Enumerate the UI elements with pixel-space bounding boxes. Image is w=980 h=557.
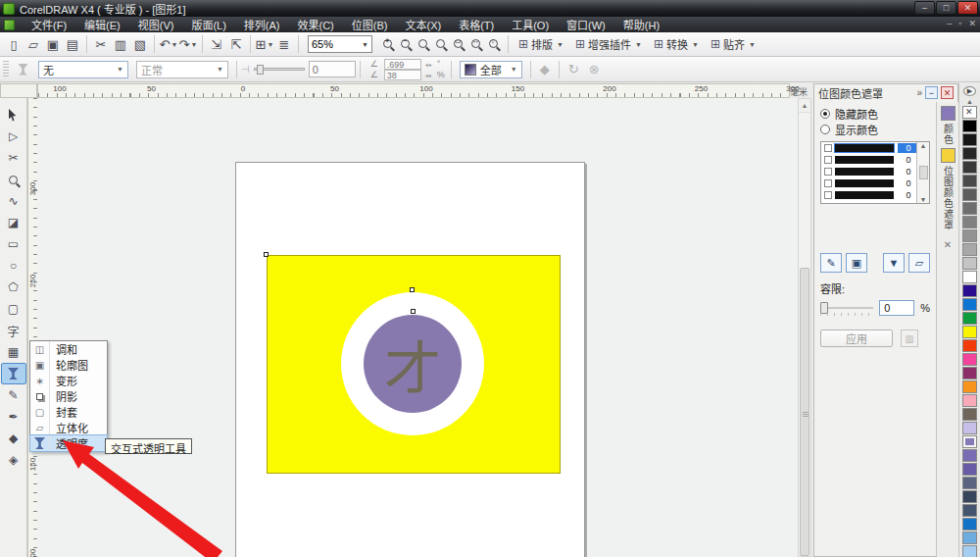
color-swatch-28[interactable] [962,490,977,503]
doc-control-2[interactable]: ✕ [968,19,976,28]
flyout-item-1[interactable]: ▣轮廓图 [30,357,107,373]
color-swatch-7[interactable] [962,202,977,215]
color-swatch-20[interactable] [962,380,977,393]
minimize-button[interactable]: – [914,1,935,15]
close-button[interactable]: ✕ [957,1,978,15]
color-swatch-25[interactable] [962,449,977,462]
transparency-operation-select[interactable]: 正常 ▼ [136,61,228,78]
open-mask-button[interactable]: ▱ [908,253,930,273]
import-icon[interactable]: ⇲ [207,34,226,54]
bitmap-mask-docker-tab[interactable]: 位图颜色遮罩 [941,166,956,230]
copy-icon[interactable]: ▥ [111,34,130,54]
transparency-type-select[interactable]: 无 ▼ [38,61,128,78]
menu-item-11[interactable]: 帮助(H) [614,16,668,33]
save-icon[interactable]: ▣ [43,34,63,54]
slider-thumb[interactable] [257,65,264,75]
color-swatch-18[interactable] [962,353,977,366]
mask-checkbox[interactable] [824,179,832,187]
export-icon[interactable]: ⇱ [226,34,246,54]
color-swatch-16[interactable] [962,326,977,338]
chevron-right-icon[interactable]: » [916,87,922,98]
text-tool[interactable]: 字 [1,320,26,341]
ruler-origin-corner[interactable] [0,83,37,98]
color-swatch-3[interactable] [962,147,977,160]
application-launcher-icon[interactable]: ⊞▼ [255,34,274,54]
chevron-down-icon[interactable]: ▼ [267,41,273,48]
tolerance-value-field[interactable]: 0 [879,300,914,316]
mask-row-2[interactable]: 0 [821,166,929,177]
mask-row-1[interactable]: 0 [821,154,929,166]
rectangle-tool[interactable]: ▭ [1,233,26,255]
toolbar-grip[interactable] [3,61,9,78]
docker-minimize-button[interactable]: − [925,86,938,99]
color-docker-tab-icon[interactable] [941,106,956,121]
chevron-down-icon[interactable]: ▼ [171,41,177,48]
menu-item-6[interactable]: 位图(B) [343,16,397,33]
menu-item-1[interactable]: 编辑(E) [75,16,129,33]
color-swatch-2[interactable] [962,133,977,146]
color-swatch-14[interactable] [962,298,977,311]
color-swatch-6[interactable] [962,188,977,201]
docker-close-button[interactable]: ✕ [941,86,954,99]
color-swatch-22[interactable] [962,408,977,421]
redo-icon[interactable]: ↷▼ [178,34,198,54]
mask-checkbox[interactable] [824,191,832,199]
chevron-down-icon[interactable]: ▼ [190,41,197,48]
docker-tab-close-icon[interactable]: ✕ [944,239,952,250]
artwork-character[interactable]: 才 [364,315,462,413]
spinner-buttons[interactable]: ◂▸ [421,61,437,68]
smart-fill-tool[interactable]: ◪ [1,212,26,233]
color-swatch-1[interactable] [962,120,977,132]
maximize-button[interactable]: □ [936,1,956,15]
menu-item-5[interactable]: 效果(C) [289,16,343,33]
zoom-out-icon[interactable]: − [401,38,410,50]
flyout-item-0[interactable]: ◫调和 [30,341,107,357]
flyout-item-6[interactable]: 透明度 [30,435,107,451]
color-swatch-30[interactable] [962,518,977,531]
horizontal-ruler[interactable]: 10050050100150200250300 [37,83,790,98]
color-swatch-23[interactable] [962,422,977,434]
print-icon[interactable]: ▤ [63,34,82,54]
mask-list-scrollbar[interactable]: ▲▼ [916,142,929,203]
mask-checkbox[interactable] [824,156,832,164]
color-swatch-11[interactable] [962,257,977,270]
scroll-down-icon[interactable]: ▼ [920,196,927,203]
layout-button[interactable]: ⊞排版▼ [513,34,569,54]
radio-selected-icon[interactable] [820,109,830,119]
selection-handle[interactable] [411,309,416,314]
flyout-item-5[interactable]: ▱立体化 [30,420,107,435]
mask-checkbox[interactable] [824,144,832,152]
eyedropper-tool[interactable]: ✎ [1,384,26,406]
color-docker-tab[interactable]: 颜色 [941,124,956,145]
cut-icon[interactable]: ✂ [91,34,111,54]
new-document-icon[interactable]: ▯ [4,34,24,54]
scroll-up-icon[interactable]: ▲ [920,142,927,149]
table-tool[interactable]: ▦ [1,341,26,363]
fill-tool[interactable]: ◆ [1,428,26,449]
tolerance-slider-thumb[interactable] [820,302,828,314]
zoom-in-icon[interactable]: + [383,38,392,50]
midpoint-value-field[interactable]: 0 [309,61,356,77]
color-swatch-9[interactable] [962,229,977,242]
hide-colors-option[interactable]: 隐藏颜色 [820,106,930,122]
mask-row-3[interactable]: 0 [821,177,929,189]
selection-handle[interactable] [264,252,269,257]
vertical-ruler[interactable]: 300250200150100 [27,98,37,557]
flyout-item-2[interactable]: ∗变形 [30,373,107,388]
canvas-vertical-scrollbar[interactable]: ▲ [798,98,811,557]
color-swatch-15[interactable] [962,312,977,325]
color-swatch-12[interactable] [962,271,977,283]
paste-icon[interactable]: ▧ [130,34,150,54]
delete-mask-icon[interactable]: ▥ [901,329,918,347]
color-swatch-31[interactable] [962,532,977,544]
interactive-effects-tool[interactable] [1,363,26,384]
zoom-page-icon[interactable]: ▭ [454,38,463,50]
radio-icon[interactable] [820,125,830,134]
menu-item-7[interactable]: 文本(X) [396,16,450,33]
snap-button[interactable]: ⊞贴齐▼ [705,34,761,54]
menu-item-10[interactable]: 窗口(W) [558,16,614,33]
menu-item-8[interactable]: 表格(T) [450,16,503,33]
zoom-height-icon[interactable]: ↕ [489,38,498,50]
palette-scroll-up-icon[interactable]: ▲ [966,98,973,105]
palette-flyout-button[interactable]: ▶ [963,86,976,96]
